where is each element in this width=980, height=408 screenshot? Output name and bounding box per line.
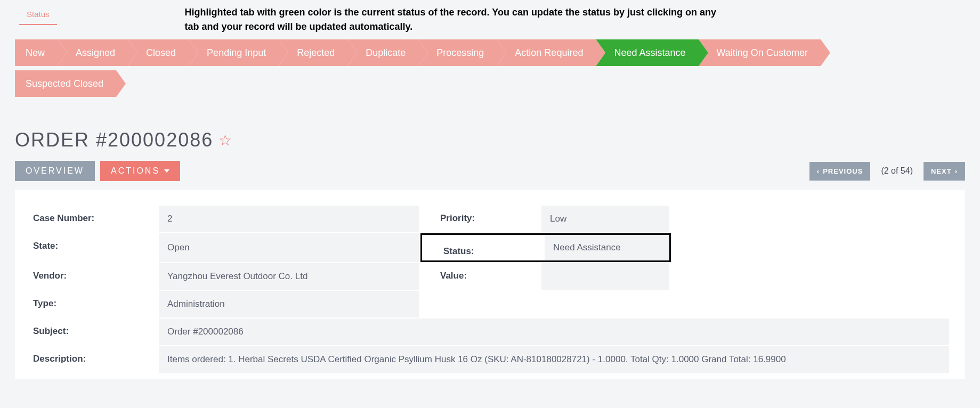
previous-label: PREVIOUS [823, 167, 863, 175]
field-label: Priority: [419, 206, 541, 232]
next-label: NEXT [931, 167, 952, 175]
field-value-state: Open [159, 233, 419, 262]
field-label: Type: [15, 291, 159, 317]
actions-dropdown[interactable]: ACTIONS [100, 161, 180, 181]
actions-label: ACTIONS [111, 166, 160, 176]
status-chevron[interactable]: Need Assistance [596, 39, 698, 66]
status-highlight-box: Status: Need Assistance [420, 233, 671, 262]
field-label: Case Number: [15, 206, 159, 232]
status-chevron[interactable]: Waiting On Customer [699, 39, 821, 66]
field-label: Vendor: [15, 263, 159, 290]
pager-count: (2 of 54) [876, 166, 918, 176]
status-chevron[interactable]: New [15, 39, 58, 66]
status-chevron[interactable]: Processing [418, 39, 497, 66]
field-value-value [541, 263, 669, 290]
field-value-case-number: 2 [159, 206, 419, 232]
status-chevron[interactable]: Assigned [58, 39, 128, 66]
status-chevron[interactable]: Suspected Closed [15, 70, 116, 97]
status-hint-text: Highlighted tab with green color is the … [185, 5, 718, 34]
status-chevron[interactable]: Pending Input [189, 39, 279, 66]
chevron-left-icon: ‹ [817, 167, 820, 175]
previous-button[interactable]: ‹ PREVIOUS [809, 162, 871, 181]
field-value-description: Items ordered: 1. Herbal Secrets USDA Ce… [159, 346, 949, 373]
field-label: Status: [422, 239, 545, 257]
overview-tab[interactable]: OVERVIEW [15, 161, 95, 181]
status-chevron[interactable]: Duplicate [347, 39, 418, 66]
chevron-right-icon: › [955, 167, 958, 175]
field-value-type: Administration [159, 291, 419, 317]
field-value-subject: Order #200002086 [159, 319, 949, 345]
status-chevron[interactable]: Rejected [279, 39, 347, 66]
field-label: Value: [419, 263, 541, 290]
field-value-priority: Low [541, 206, 669, 232]
favorite-star-icon[interactable]: ☆ [218, 132, 232, 149]
page-title: ORDER #200002086 [15, 129, 213, 151]
status-section-tab[interactable]: Status [19, 5, 57, 25]
status-chevron[interactable]: Action Required [497, 39, 596, 66]
field-label: State: [15, 233, 159, 262]
next-button[interactable]: NEXT › [924, 162, 965, 181]
field-value-status: Need Assistance [545, 235, 669, 260]
field-label: Description: [15, 346, 159, 373]
detail-panel: Case Number: 2 Priority: Low State: Open… [15, 190, 965, 379]
field-label: Subject: [15, 319, 159, 345]
caret-down-icon [164, 169, 169, 173]
status-chevron-bar: NewAssignedClosedPending InputRejectedDu… [15, 39, 965, 97]
field-value-vendor: Yangzhou Everest Outdoor Co. Ltd [159, 263, 419, 290]
